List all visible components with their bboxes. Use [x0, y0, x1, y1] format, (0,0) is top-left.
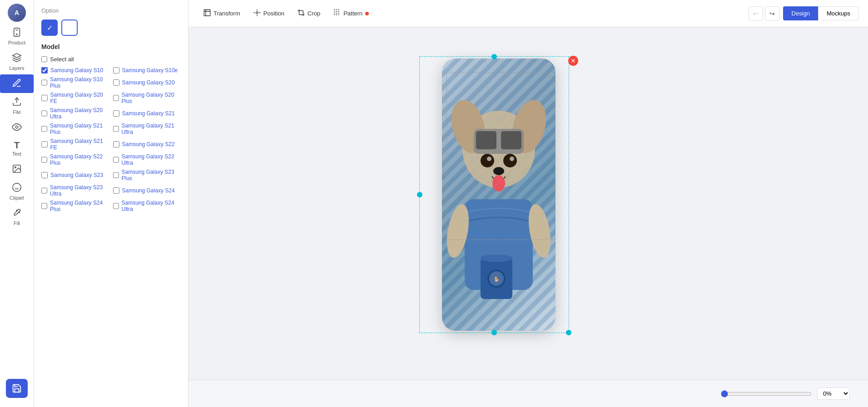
svg-rect-9 [204, 10, 210, 16]
model-label-s22ultra: Samsung Galaxy S22 Ultra [122, 153, 181, 166]
svg-point-6 [13, 183, 21, 191]
model-checkbox-s22plus[interactable] [41, 157, 47, 163]
close-button[interactable]: ✕ [568, 56, 578, 66]
toolbar-left: Transform Position Crop [198, 6, 374, 21]
redo-button[interactable]: ↪ [765, 6, 779, 21]
model-label-s20fe: Samsung Galaxy S20 FE [50, 92, 109, 104]
pattern-button[interactable]: Pattern [327, 6, 374, 21]
transform-button[interactable]: Transform [198, 6, 246, 21]
model-item-s24[interactable]: Samsung Galaxy S24 [113, 184, 181, 197]
model-item-s20ultra[interactable]: Samsung Galaxy S20 Ultra [41, 107, 109, 120]
svg-point-20 [510, 157, 514, 161]
model-checkbox-s21plus[interactable] [41, 126, 47, 132]
svg-text:🐕: 🐕 [494, 276, 500, 282]
sidebar-item-layers[interactable]: Layers [0, 49, 34, 74]
canvas-wrapper: 🐕 ✕ [392, 49, 665, 358]
option-unchecked-btn[interactable] [61, 20, 78, 36]
pattern-icon [333, 9, 341, 19]
sidebar-item-label: Clipart [10, 195, 24, 201]
model-item-s24plus[interactable]: Samsung Galaxy S24 Plus [41, 200, 109, 212]
model-checkbox-s20ultra[interactable] [41, 110, 47, 117]
bottom-bar: 0% 25% 50% 75% 100% [188, 380, 868, 407]
handle-left-center[interactable] [417, 192, 422, 197]
sidebar-item-file[interactable]: File [0, 93, 34, 118]
svg-rect-15 [476, 131, 496, 149]
model-item-s23ultra[interactable]: Samsung Galaxy S23 Ultra [41, 184, 109, 197]
model-checkbox-s21fe[interactable] [41, 141, 48, 147]
sidebar-item-preview[interactable] [0, 118, 34, 137]
design-icon [12, 78, 22, 89]
model-checkbox-s20plus[interactable] [113, 95, 119, 101]
model-item-s23[interactable]: Samsung Galaxy S23 [41, 169, 109, 181]
handle-bottom-right[interactable] [566, 330, 571, 335]
model-item-s21fe[interactable]: Samsung Galaxy S21 FE [41, 138, 109, 151]
sidebar-item-product[interactable]: Product [0, 24, 34, 49]
product-icon [12, 27, 22, 39]
model-item-s22[interactable]: Samsung Galaxy S22 [113, 138, 181, 151]
model-checkbox-s24plus[interactable] [41, 203, 47, 209]
model-label-s10plus: Samsung Galaxy S10 Plus [50, 76, 109, 89]
model-item-s22ultra[interactable]: Samsung Galaxy S22 Ultra [113, 153, 181, 166]
model-item-s10plus[interactable]: Samsung Galaxy S10 Plus [41, 76, 109, 89]
model-item-s21plus[interactable]: Samsung Galaxy S21 Plus [41, 123, 109, 135]
mockups-view-button[interactable]: Mockups [818, 6, 859, 20]
sidebar-item-save[interactable] [0, 375, 34, 402]
model-item-s20fe[interactable]: Samsung Galaxy S20 FE [41, 92, 109, 104]
clipart-icon [12, 182, 22, 194]
model-checkbox-s10plus[interactable] [41, 79, 47, 86]
design-view-button[interactable]: Design [783, 6, 818, 20]
model-item-s10[interactable]: Samsung Galaxy S10 [41, 67, 109, 74]
dog-illustration: 🐕 [446, 72, 551, 326]
model-checkbox-s21ultra[interactable] [113, 126, 119, 132]
select-all-label: Select all [50, 56, 74, 63]
sidebar-item-clipart[interactable]: Clipart [0, 179, 34, 204]
model-checkbox-s22[interactable] [113, 141, 119, 147]
svg-point-19 [487, 157, 491, 161]
model-checkbox-s24ultra[interactable] [113, 203, 119, 209]
model-checkbox-s10e[interactable] [113, 67, 119, 74]
model-item-s10e[interactable]: Samsung Galaxy S10e [113, 67, 181, 74]
model-item-s20[interactable]: Samsung Galaxy S20 [113, 76, 181, 89]
sidebar-item-text[interactable]: T Text [0, 137, 34, 160]
model-item-s21ultra[interactable]: Samsung Galaxy S21 Ultra [113, 123, 181, 135]
zoom-select[interactable]: 0% 25% 50% 75% 100% [817, 387, 850, 400]
sidebar-item-design[interactable] [0, 74, 34, 93]
model-checkbox-s23ultra[interactable] [41, 187, 47, 194]
model-label-s21fe: Samsung Galaxy S21 FE [50, 138, 109, 151]
undo-button[interactable]: ↩ [749, 6, 763, 21]
select-all-checkbox[interactable] [41, 56, 47, 62]
option-checked-btn[interactable]: ✓ [41, 20, 58, 36]
model-checkbox-s24[interactable] [113, 187, 119, 194]
model-label-s21plus: Samsung Galaxy S21 Plus [50, 123, 109, 135]
model-title: Model [41, 43, 181, 50]
model-label-s20plus: Samsung Galaxy S20 Plus [122, 92, 181, 104]
model-item-s20plus[interactable]: Samsung Galaxy S20 Plus [113, 92, 181, 104]
model-checkbox-s20[interactable] [113, 79, 119, 86]
avatar[interactable]: A [8, 4, 26, 22]
model-checkbox-s23[interactable] [41, 172, 48, 178]
sidebar-item-label: Product [8, 40, 25, 45]
model-item-s21[interactable]: Samsung Galaxy S21 [113, 107, 181, 120]
crop-button[interactable]: Crop [292, 6, 326, 21]
model-checkbox-s22ultra[interactable] [113, 157, 119, 163]
svg-point-10 [256, 11, 258, 14]
model-label-s10e: Samsung Galaxy S10e [122, 67, 178, 74]
transform-icon [203, 9, 211, 19]
canvas-area: 🐕 ✕ [188, 27, 868, 380]
model-checkbox-s21[interactable] [113, 110, 119, 117]
sidebar-item-image[interactable] [0, 160, 34, 179]
model-item-s24ultra[interactable]: Samsung Galaxy S24 Ultra [113, 200, 181, 212]
sidebar-item-fill[interactable]: Fill [0, 204, 34, 230]
model-checkbox-s20fe[interactable] [41, 95, 48, 101]
position-button[interactable]: Position [248, 6, 290, 21]
model-item-s23plus[interactable]: Samsung Galaxy S23 Plus [113, 169, 181, 181]
model-checkbox-s23plus[interactable] [113, 172, 119, 178]
zoom-slider[interactable] [721, 390, 812, 397]
select-all-row[interactable]: Select all [41, 56, 181, 63]
model-checkbox-s10[interactable] [41, 67, 48, 74]
model-label-s24ultra: Samsung Galaxy S24 Ultra [122, 200, 181, 212]
svg-point-5 [15, 167, 16, 168]
save-button-icon[interactable] [6, 379, 28, 398]
eye-icon [12, 122, 22, 133]
model-item-s22plus[interactable]: Samsung Galaxy S22 Plus [41, 153, 109, 166]
